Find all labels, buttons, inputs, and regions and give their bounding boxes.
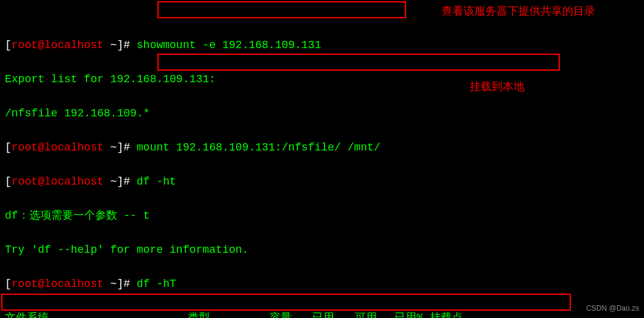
prompt-bracket-close: ]# bbox=[117, 39, 137, 51]
df-header: 文件系统类型容量已用可用已用% 挂载点 bbox=[5, 309, 639, 318]
df-h-usep: 已用% bbox=[377, 309, 423, 318]
annotation-showmount: 查看该服务器下提供共享的目录 bbox=[442, 2, 595, 19]
line-df-ht: [root@localhost ~]# df -ht bbox=[5, 173, 639, 190]
df-h-avail: 可用 bbox=[334, 309, 377, 318]
cmd-mount: mount 192.168.109.131:/nfsfile/ /mnt/ bbox=[137, 141, 381, 154]
terminal-window[interactable]: [root@localhost ~]# showmount -e 192.168… bbox=[0, 0, 644, 318]
line-mount: [root@localhost ~]# mount 192.168.109.13… bbox=[5, 139, 639, 156]
df-h-mount: 挂载点 bbox=[430, 312, 463, 318]
output-df-err2: Try 'df --help' for more information. bbox=[5, 241, 639, 258]
cmd-df-hT2: df -hT bbox=[137, 278, 176, 290]
output-df-err1: df：选项需要一个参数 -- t bbox=[5, 207, 639, 224]
prompt-path: ~ bbox=[104, 39, 117, 51]
prompt-userhost: root@localhost bbox=[12, 39, 104, 51]
df-h-used: 已用 bbox=[292, 309, 334, 318]
output-nfsfile-acl: /nfsfile 192.168.109.* bbox=[5, 105, 639, 122]
prompt-bracket-open: [ bbox=[5, 39, 12, 51]
df-h-type: 类型 bbox=[188, 309, 249, 318]
df-h-size: 容量 bbox=[249, 309, 292, 318]
line-showmount: [root@localhost ~]# showmount -e 192.168… bbox=[5, 37, 639, 54]
cmd-df-ht: df -ht bbox=[137, 175, 176, 188]
df-h-fs: 文件系统 bbox=[5, 309, 188, 318]
line-df-hT: [root@localhost ~]# df -hT bbox=[5, 275, 639, 292]
watermark-text: CSDN @Dao.zs bbox=[586, 300, 639, 317]
output-exportlist: Export list for 192.168.109.131: bbox=[5, 71, 639, 88]
annotation-mount: 挂载到本地 bbox=[470, 78, 524, 95]
cmd-showmount: showmount -e 192.168.109.131 bbox=[137, 39, 321, 51]
